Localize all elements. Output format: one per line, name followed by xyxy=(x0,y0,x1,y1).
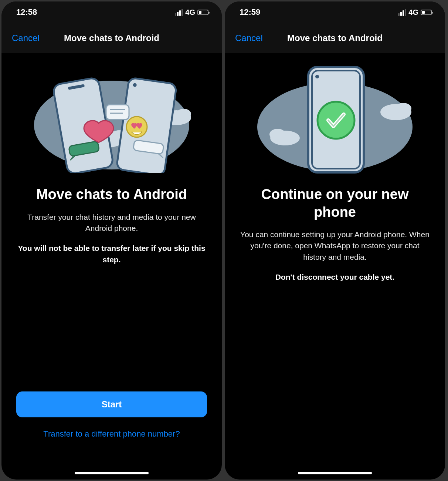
transfer-illustration xyxy=(16,62,207,173)
svg-point-2 xyxy=(176,109,191,119)
signal-icon xyxy=(175,9,183,16)
svg-point-21 xyxy=(395,103,411,114)
battery-icon xyxy=(421,10,432,15)
page-body: Transfer your chat history and media to … xyxy=(16,212,207,234)
page-body: You can continue setting up your Android… xyxy=(240,229,430,263)
network-label: 4G xyxy=(408,8,418,17)
status-right: 4G xyxy=(398,8,432,17)
battery-icon xyxy=(197,10,208,15)
status-right: 4G xyxy=(175,8,208,17)
page-heading: Move chats to Android xyxy=(16,186,207,204)
svg-point-25 xyxy=(318,102,354,139)
status-time: 12:59 xyxy=(240,7,260,17)
page-heading: Continue on your new phone xyxy=(240,186,430,221)
start-button[interactable]: Start xyxy=(16,391,207,417)
cancel-button[interactable]: Cancel xyxy=(235,33,263,43)
home-indicator[interactable] xyxy=(75,472,149,474)
page-warning: Don't disconnect your cable yet. xyxy=(240,272,430,283)
svg-point-24 xyxy=(315,75,319,78)
status-bar: 12:59 4G xyxy=(225,1,445,23)
screen-continue-new-phone: 12:59 4G Cancel Move chats to Android xyxy=(225,1,445,480)
network-label: 4G xyxy=(185,8,195,17)
nav-bar: Cancel Move chats to Android xyxy=(225,23,445,53)
status-time: 12:58 xyxy=(16,7,37,17)
success-illustration xyxy=(240,62,430,173)
signal-icon xyxy=(398,9,406,16)
page-warning: You will not be able to transfer later i… xyxy=(16,243,207,265)
svg-rect-13 xyxy=(106,105,129,120)
transfer-different-number-link[interactable]: Transfer to a different phone number? xyxy=(16,429,207,439)
screen-move-chats: 12:58 4G Cancel Move chats to Android xyxy=(1,1,222,480)
svg-point-19 xyxy=(269,129,286,140)
nav-bar: Cancel Move chats to Android xyxy=(1,23,222,53)
cancel-button[interactable]: Cancel xyxy=(12,33,40,43)
home-indicator[interactable] xyxy=(298,472,372,474)
status-bar: 12:58 4G xyxy=(1,1,222,23)
